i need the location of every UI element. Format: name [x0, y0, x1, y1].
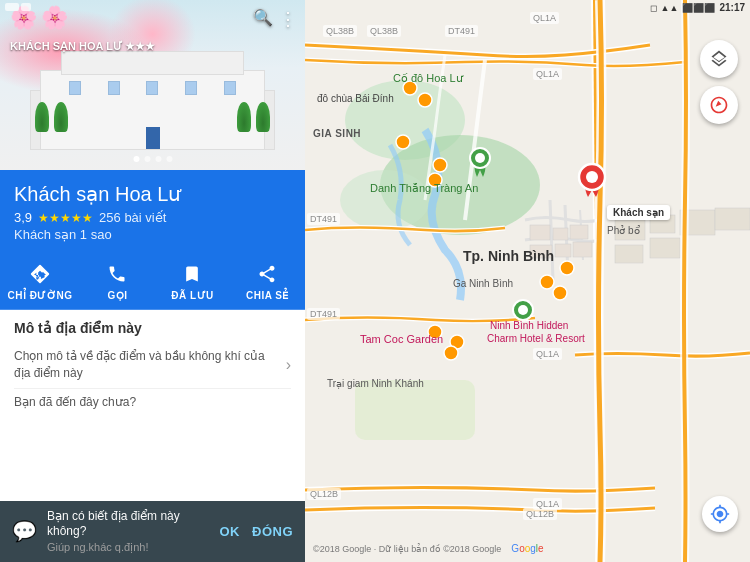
svg-rect-10 — [573, 242, 592, 257]
map-background: QL1A QL38B QL38B DT491 QL1A DT491 DT491 … — [305, 0, 750, 562]
my-location-button[interactable] — [702, 496, 738, 532]
map-hotel-label: Khách sạn — [607, 205, 670, 220]
rating-row: 3,9 ★★★★★ 256 bài viết — [14, 210, 291, 225]
stars-display: ★★★★★ — [38, 211, 93, 225]
share-label: CHIA SẺ — [246, 290, 289, 301]
wifi-indicator: ▲▲ — [661, 3, 679, 13]
photo-menu-icon[interactable]: ⋮ — [279, 8, 297, 30]
map-svg — [305, 0, 750, 562]
description-row[interactable]: Chọn mô tả về đặc điểm và bầu không khí … — [14, 342, 291, 389]
map-label-gia-sinh: GIA SINH — [313, 128, 361, 139]
review-count: 256 bài viết — [99, 210, 166, 225]
notification-text: Bạn có biết địa điểm này không? Giúp ng.… — [47, 509, 210, 554]
directions-icon — [28, 262, 52, 286]
photo-dots — [133, 156, 172, 162]
call-label: GỌI — [107, 290, 127, 301]
rating-number: 3,9 — [14, 210, 32, 225]
photo-search-icon[interactable]: 🔍 — [253, 8, 273, 27]
map-label-ql1a-bottom: QL1A — [533, 498, 562, 510]
svg-point-19 — [396, 135, 410, 149]
notification-chat-icon: 💬 — [12, 519, 37, 543]
svg-rect-9 — [555, 244, 571, 257]
map-label-dt491-top: DT491 — [445, 25, 478, 37]
hotel-type: Khách sạn 1 sao — [14, 227, 291, 242]
svg-rect-5 — [530, 225, 550, 240]
map-controls — [700, 40, 738, 124]
hotel-photo-section: 🌸 🌸 — [0, 0, 305, 170]
map-label-ninh-binh: Tp. Ninh Bình — [463, 248, 554, 264]
notification-actions: OK ĐÓNG — [220, 524, 294, 539]
svg-rect-14 — [715, 208, 750, 230]
map-label-dt491-mid: DT491 — [307, 213, 340, 225]
map-label-charm-1: Ninh Bình Hidden — [490, 320, 568, 331]
call-button[interactable]: GỌI — [87, 262, 147, 301]
map-label-co-do: Cố đô Hoa Lư — [393, 72, 463, 85]
section-title: Mô tả địa điểm này — [14, 320, 291, 336]
status-time: 21:17 — [719, 2, 745, 13]
svg-point-20 — [433, 158, 447, 172]
svg-point-3 — [340, 170, 430, 230]
svg-point-18 — [418, 93, 432, 107]
svg-point-28 — [540, 275, 554, 289]
share-button[interactable]: CHIA SẺ — [237, 262, 297, 301]
saved-button[interactable]: ĐÃ LƯU — [162, 262, 222, 301]
svg-point-26 — [444, 346, 458, 360]
battery-icon: ◻ — [650, 3, 657, 13]
svg-rect-15 — [615, 245, 643, 263]
map-label-ql1a-2: QL1A — [533, 68, 562, 80]
share-icon — [255, 262, 279, 286]
layers-button[interactable] — [700, 40, 738, 78]
call-icon — [105, 262, 129, 286]
map-label-dt491-lower: DT491 — [307, 308, 340, 320]
svg-rect-6 — [553, 228, 568, 240]
svg-point-31 — [518, 305, 528, 315]
signal-indicator: ⬛⬛⬛ — [682, 3, 715, 13]
hotel-photo-label: KHÁCH SẠN HOA LƯ ★★★ — [10, 40, 155, 53]
compass-button[interactable] — [700, 86, 738, 124]
saved-icon — [180, 262, 204, 286]
ok-button[interactable]: OK — [220, 524, 241, 539]
map-label-tam-coc: Tam Coc Garden — [360, 333, 443, 345]
map-label-charm-2: Charm Hotel & Resort — [487, 333, 585, 344]
map-label-trai-giam: Trại giam Ninh Khánh — [327, 378, 424, 389]
building-illustration — [30, 40, 275, 150]
svg-point-23 — [475, 153, 485, 163]
map-copyright: ©2018 Google · Dữ liệu bản đồ ©2018 Goog… — [313, 544, 501, 554]
chevron-right-icon: › — [286, 356, 291, 374]
dot-4 — [166, 156, 172, 162]
map-pho-bo-label: Phở bổ — [607, 225, 640, 236]
dot-1 — [133, 156, 139, 162]
svg-rect-7 — [570, 225, 588, 239]
notification-bar: 💬 Bạn có biết địa điểm này không? Giúp n… — [0, 501, 305, 562]
left-panel: 🌸 🌸 — [0, 0, 305, 562]
additional-content: Bạn đã đến đây chưa? — [14, 389, 291, 409]
close-button[interactable]: ĐÓNG — [252, 524, 293, 539]
map-label-ql12b-1: QL12B — [307, 488, 341, 500]
svg-rect-16 — [650, 238, 680, 258]
directions-button[interactable]: CHỈ ĐƯỜNG — [8, 262, 73, 301]
actions-section: CHỈ ĐƯỜNG GỌI ĐÃ LƯU CH — [0, 250, 305, 310]
svg-point-33 — [586, 171, 598, 183]
map-label-ql38b-2: QL38B — [367, 25, 401, 37]
map-label-ql1a-top: QL1A — [530, 12, 559, 24]
hotel-name: Khách sạn Hoa Lư — [14, 182, 291, 206]
dot-3 — [155, 156, 161, 162]
directions-label: CHỈ ĐƯỜNG — [8, 290, 73, 301]
svg-rect-4 — [355, 380, 475, 440]
content-placeholder: Bạn đã đến đây chưa? — [14, 395, 136, 409]
map-panel[interactable]: QL1A QL38B QL38B DT491 QL1A DT491 DT491 … — [305, 0, 750, 562]
saved-label: ĐÃ LƯU — [171, 290, 214, 301]
svg-point-29 — [553, 286, 567, 300]
notification-subtext: Giúp ng.khác q.định! — [47, 540, 210, 554]
description-text: Chọn mô tả về đặc điểm và bầu không khí … — [14, 348, 278, 382]
map-label-ga: Ga Ninh Bình — [453, 278, 513, 289]
dot-2 — [144, 156, 150, 162]
map-status-bar: ◻ ▲▲ ⬛⬛⬛ 21:17 — [650, 2, 745, 13]
svg-point-27 — [560, 261, 574, 275]
status-icons-left — [5, 3, 31, 11]
notification-question: Bạn có biết địa điểm này không? — [47, 509, 210, 540]
map-label-ql1a-mid: QL1A — [533, 348, 562, 360]
map-label-trang-an: Danh Thắng Tràng An — [370, 182, 478, 195]
google-logo: Google — [511, 543, 543, 554]
map-label-ql38b-1: QL38B — [323, 25, 357, 37]
